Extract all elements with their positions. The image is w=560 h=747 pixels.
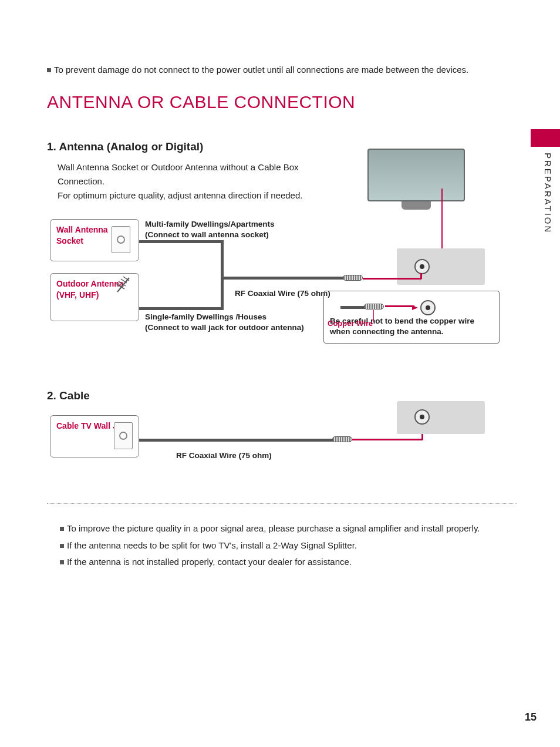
- bullet-icon: [60, 544, 64, 548]
- antenna-port-icon: [414, 259, 430, 274]
- tv-connector-line: [441, 189, 443, 253]
- tv-icon: [367, 149, 465, 213]
- note-item: If the antenna needs to be split for two…: [60, 537, 517, 554]
- note-1: To improve the picture quality in a poor…: [67, 523, 480, 533]
- arrow-icon: [412, 305, 418, 310]
- red-cable-v: [420, 273, 422, 279]
- copper-wire-callout: Be careful not to bend the copper wire w…: [323, 291, 500, 344]
- callout-port-icon: [420, 300, 436, 315]
- wall-antenna-socket-label: Wall Antenna Socket: [56, 225, 108, 245]
- multi-family-label-1: Multi-family Dwellings/Apartments: [145, 220, 275, 228]
- bullet-icon: [60, 560, 64, 564]
- callout-red-pin: [385, 305, 414, 307]
- wire-junction-v2: [221, 277, 224, 310]
- divider: [47, 503, 517, 504]
- wire-main-h: [221, 277, 344, 280]
- section-tab-label: PREPARATION: [543, 153, 553, 234]
- note-2: If the antenna needs to be split for two…: [67, 540, 357, 550]
- tv-stand-icon: [402, 201, 431, 210]
- rf-wire-label-1: RF Coaxial Wire (75 ohm): [235, 288, 330, 299]
- cable-rear-panel: [397, 401, 485, 434]
- wall-outlet-icon-2: [114, 422, 133, 449]
- rf-wire-label-2: RF Coaxial Wire (75 ohm): [176, 450, 272, 461]
- callout-coax-icon: [364, 304, 384, 309]
- section-tab-marker: [531, 129, 560, 147]
- section-1-para-2: For optimum picture quality, adjust ante…: [58, 190, 302, 200]
- page-title: ANTENNA OR CABLE CONNECTION: [47, 92, 517, 112]
- page-number: 15: [525, 711, 537, 724]
- copper-wire-pointer: [373, 310, 374, 322]
- cable-red-h: [352, 439, 423, 440]
- wire-bottom-h: [139, 307, 223, 310]
- single-family-label-2: (Connect to wall jack for outdoor antenn…: [145, 323, 304, 332]
- top-warning: To prevent damage do not connect to the …: [47, 63, 517, 76]
- bullet-icon: [60, 527, 64, 531]
- antenna-icon: [112, 275, 135, 293]
- wall-outlet-icon: [112, 226, 130, 253]
- page-content: To prevent damage do not connect to the …: [47, 63, 517, 571]
- section-1-body: Wall Antenna Socket or Outdoor Antenna w…: [58, 160, 339, 203]
- cable-wire-h: [139, 439, 334, 442]
- note-3: If the antenna is not installed properly…: [67, 557, 352, 567]
- multi-family-label-2: (Connect to wall antenna socket): [145, 230, 269, 239]
- wire-junction-v: [221, 240, 224, 279]
- wire-top-h: [139, 240, 223, 243]
- red-cable-h: [363, 278, 421, 280]
- single-family-label: Single-family Dwellings /Houses (Connect…: [145, 312, 321, 332]
- copper-wire-label: Copper Wire: [328, 319, 373, 329]
- note-item: If the antenna is not installed properly…: [60, 554, 517, 571]
- multi-family-label: Multi-family Dwellings/Apartments (Conne…: [145, 219, 280, 240]
- note-item: To improve the picture quality in a poor…: [60, 520, 517, 537]
- single-family-label-1: Single-family Dwellings /Houses: [145, 312, 266, 321]
- cable-diagram: Cable TV Wall Jack RF Coaxial Wire (75 o…: [47, 409, 517, 474]
- bullet-icon: [47, 68, 51, 72]
- coax-connector-icon-2: [332, 436, 352, 442]
- tv-screen-icon: [367, 149, 465, 201]
- cable-port-icon: [414, 409, 430, 425]
- svg-marker-5: [412, 305, 418, 310]
- coax-connector-icon: [343, 275, 363, 281]
- notes-list: To improve the picture quality in a poor…: [47, 520, 517, 571]
- top-warning-text: To prevent damage do not connect to the …: [54, 65, 468, 75]
- antenna-diagram: Wall Antenna Socket Outdoor Antenna (VHF…: [47, 213, 517, 430]
- section-1-para-1: Wall Antenna Socket or Outdoor Antenna w…: [58, 162, 299, 186]
